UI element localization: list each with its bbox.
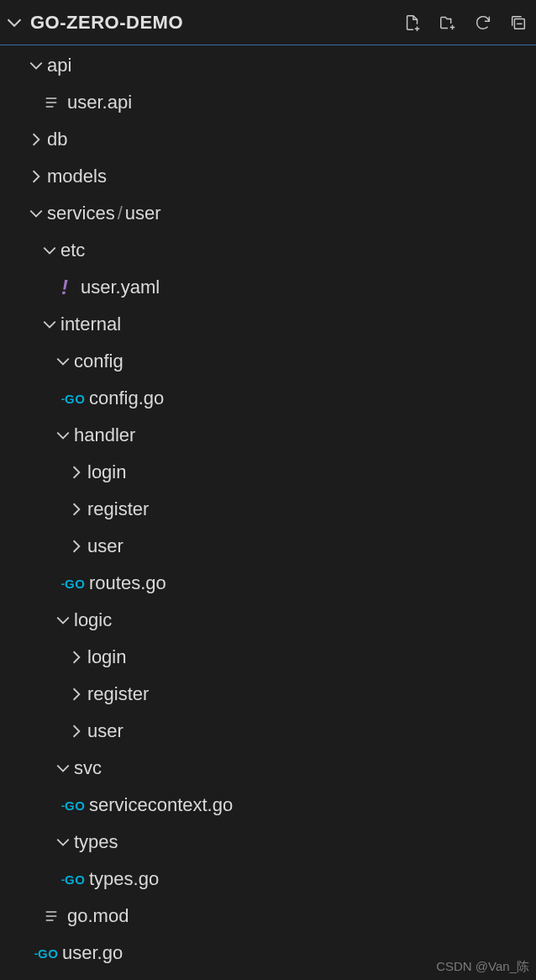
chevron-down-icon bbox=[52, 613, 74, 628]
chevron-down-icon bbox=[39, 317, 60, 332]
folder-config[interactable]: config bbox=[0, 343, 536, 380]
folder-label: user bbox=[87, 720, 123, 742]
chevron-right-icon bbox=[66, 502, 87, 517]
file-label: user.go bbox=[62, 942, 123, 964]
chevron-down-icon bbox=[39, 243, 60, 258]
file-label: go.mod bbox=[67, 905, 129, 927]
file-go-mod[interactable]: go.mod bbox=[0, 898, 536, 935]
folder-label: logic bbox=[74, 609, 112, 631]
folder-label: api bbox=[47, 55, 71, 76]
folder-label: models bbox=[47, 166, 107, 187]
folder-svc[interactable]: svc bbox=[0, 750, 536, 787]
yaml-file-icon: ! bbox=[54, 276, 76, 299]
folder-label: register bbox=[87, 498, 149, 520]
chevron-right-icon bbox=[66, 465, 87, 480]
go-file-icon: -GO bbox=[62, 872, 84, 887]
folder-models[interactable]: models bbox=[0, 158, 536, 195]
folder-label: config bbox=[74, 350, 123, 372]
file-label: servicecontext.go bbox=[89, 794, 233, 816]
folder-label: etc bbox=[60, 240, 85, 261]
folder-logic[interactable]: logic bbox=[0, 602, 536, 639]
chevron-down-icon bbox=[25, 58, 47, 73]
refresh-icon[interactable] bbox=[474, 13, 492, 32]
text-file-icon bbox=[40, 94, 62, 111]
file-label: user.api bbox=[67, 92, 132, 113]
chevron-down-icon bbox=[52, 428, 74, 443]
folder-label: types bbox=[74, 831, 118, 853]
folder-handler-user[interactable]: user bbox=[0, 528, 536, 565]
folder-etc[interactable]: etc bbox=[0, 232, 536, 269]
folder-label: login bbox=[87, 461, 126, 483]
folder-label: svc bbox=[74, 757, 102, 779]
chevron-down-icon bbox=[52, 761, 74, 776]
folder-logic-register[interactable]: register bbox=[0, 676, 536, 713]
folder-label: handler bbox=[74, 424, 135, 446]
folder-label: services/user bbox=[47, 203, 161, 224]
folder-logic-login[interactable]: login bbox=[0, 639, 536, 676]
file-user-yaml[interactable]: ! user.yaml bbox=[0, 269, 536, 306]
chevron-right-icon bbox=[66, 539, 87, 554]
new-folder-icon[interactable] bbox=[439, 13, 457, 32]
header-actions bbox=[403, 13, 528, 32]
folder-types[interactable]: types bbox=[0, 824, 536, 861]
folder-api[interactable]: api bbox=[0, 47, 536, 84]
file-label: config.go bbox=[89, 387, 164, 409]
file-tree: api user.api db models services/user etc… bbox=[0, 45, 536, 972]
file-label: routes.go bbox=[89, 572, 166, 594]
chevron-right-icon bbox=[25, 169, 47, 184]
folder-label: register bbox=[87, 683, 149, 705]
file-servicecontext-go[interactable]: -GO servicecontext.go bbox=[0, 787, 536, 824]
watermark: CSDN @Van_陈 bbox=[436, 959, 529, 975]
folder-logic-user[interactable]: user bbox=[0, 713, 536, 750]
folder-handler-register[interactable]: register bbox=[0, 491, 536, 528]
go-file-icon: -GO bbox=[62, 798, 84, 813]
file-routes-go[interactable]: -GO routes.go bbox=[0, 565, 536, 602]
new-file-icon[interactable] bbox=[403, 13, 422, 32]
file-config-go[interactable]: -GO config.go bbox=[0, 380, 536, 417]
folder-label: db bbox=[47, 129, 67, 150]
file-label: user.yaml bbox=[81, 277, 160, 298]
chevron-right-icon bbox=[66, 687, 87, 702]
project-title: GO-ZERO-DEMO bbox=[30, 12, 183, 34]
folder-services-user[interactable]: services/user bbox=[0, 195, 536, 232]
collapse-all-icon[interactable] bbox=[509, 13, 528, 32]
folder-label: login bbox=[87, 646, 126, 668]
folder-internal[interactable]: internal bbox=[0, 306, 536, 343]
explorer-header: GO-ZERO-DEMO bbox=[0, 0, 536, 45]
chevron-down-icon bbox=[52, 354, 74, 369]
text-file-icon bbox=[40, 908, 62, 925]
file-user-api[interactable]: user.api bbox=[0, 84, 536, 121]
folder-label: internal bbox=[60, 313, 121, 335]
folder-label: user bbox=[87, 535, 123, 557]
chevron-right-icon bbox=[66, 724, 87, 739]
chevron-down-icon[interactable] bbox=[5, 13, 24, 32]
folder-handler-login[interactable]: login bbox=[0, 454, 536, 491]
folder-db[interactable]: db bbox=[0, 121, 536, 158]
folder-handler[interactable]: handler bbox=[0, 417, 536, 454]
file-types-go[interactable]: -GO types.go bbox=[0, 861, 536, 898]
chevron-right-icon bbox=[66, 650, 87, 665]
go-file-icon: -GO bbox=[35, 946, 57, 961]
go-file-icon: -GO bbox=[62, 392, 84, 406]
file-label: types.go bbox=[89, 868, 159, 890]
chevron-down-icon bbox=[52, 835, 74, 850]
go-file-icon: -GO bbox=[62, 577, 84, 591]
chevron-down-icon bbox=[25, 206, 47, 221]
chevron-right-icon bbox=[25, 132, 47, 147]
